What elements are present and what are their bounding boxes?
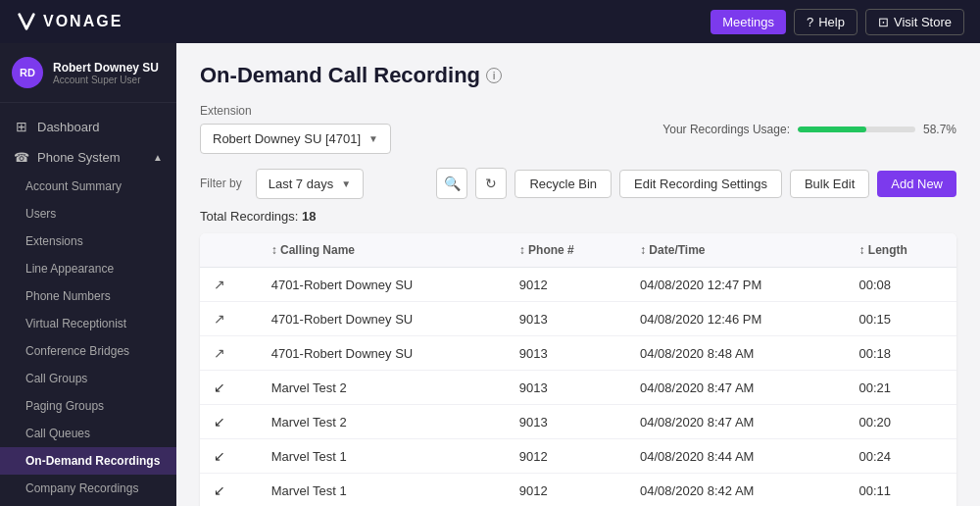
visit-store-button[interactable]: ⊡ Visit Store [865,9,964,35]
sidebar-sub-menu: Account Summary Users Extensions Line Ap… [0,173,176,506]
row-length: 00:11 [846,474,957,507]
row-arrow: ↗ [200,302,258,336]
sidebar-item-on-demand-recordings[interactable]: On-Demand Recordings [0,447,176,475]
row-calling-name: Marvel Test 2 [258,371,506,405]
table-row[interactable]: ↗ 4701-Robert Downey SU 9012 04/08/2020 … [200,268,956,302]
row-calling-name: Marvel Test 1 [258,474,506,507]
row-phone: 9012 [506,268,626,302]
sidebar-item-call-monitoring[interactable]: Call Monitoring [0,502,176,506]
table-row[interactable]: ↙ Marvel Test 2 9013 04/08/2020 8:47 AM … [200,405,956,439]
logo: VONAGE [16,11,122,32]
filter-row: Filter by Last 7 days ▼ 🔍 ↻ Recycle Bin … [200,168,956,199]
info-icon[interactable]: i [486,68,502,83]
sidebar-item-extensions[interactable]: Extensions [0,228,176,255]
meetings-button[interactable]: Meetings [710,10,786,34]
sidebar-item-line-appearance[interactable]: Line Appearance [0,255,176,282]
sidebar-item-dashboard[interactable]: ⊞ Dashboard [0,111,176,142]
logo-text: VONAGE [43,13,122,30]
total-recordings-label: Total Recordings: 18 [200,209,956,224]
table-row[interactable]: ↗ 4701-Robert Downey SU 9013 04/08/2020 … [200,336,956,371]
help-icon: ? [807,15,813,29]
row-arrow: ↙ [200,371,258,405]
help-button[interactable]: ? Help [794,9,858,35]
page-title: On-Demand Call Recording i [200,63,956,88]
row-arrow: ↗ [200,336,258,371]
avatar: RD [12,57,43,88]
sidebar-item-virtual-receptionist[interactable]: Virtual Receptionist [0,310,176,337]
table-row[interactable]: ↙ Marvel Test 1 9012 04/08/2020 8:44 AM … [200,439,956,474]
recordings-table: ↕ Calling Name ↕ Phone # ↕ Date/Time ↕ L… [200,233,956,506]
row-arrow: ↙ [200,405,258,439]
sidebar-item-conference-bridges[interactable]: Conference Bridges [0,337,176,365]
user-info: Robert Downey SU Account Super User [53,61,159,85]
sidebar-item-phone-numbers[interactable]: Phone Numbers [0,282,176,310]
edit-recording-settings-button[interactable]: Edit Recording Settings [619,170,782,198]
usage-bar-fill [798,126,866,132]
main-content: On-Demand Call Recording i Extension Rob… [176,43,980,506]
search-button[interactable]: 🔍 [436,168,467,199]
col-calling-name[interactable]: ↕ Calling Name [258,233,506,268]
sidebar-item-account-summary[interactable]: Account Summary [0,173,176,200]
row-datetime: 04/08/2020 8:42 AM [626,474,845,507]
sidebar-item-call-queues[interactable]: Call Queues [0,420,176,447]
extension-usage-row: Extension Robert Downey SU [4701] ▼ Your… [200,104,956,154]
filter-dropdown[interactable]: Last 7 days ▼ [256,169,364,199]
row-length: 00:08 [846,268,957,302]
row-datetime: 04/08/2020 8:47 AM [626,371,845,405]
col-phone[interactable]: ↕ Phone # [506,233,626,268]
table-row[interactable]: ↙ Marvel Test 2 9013 04/08/2020 8:47 AM … [200,371,956,405]
bulk-edit-button[interactable]: Bulk Edit [790,170,869,198]
row-length: 00:20 [846,405,957,439]
row-datetime: 04/08/2020 8:47 AM [626,405,845,439]
col-datetime[interactable]: ↕ Date/Time [626,233,845,268]
row-calling-name: 4701-Robert Downey SU [258,336,506,371]
sidebar-item-company-recordings[interactable]: Company Recordings [0,475,176,502]
filter-right: 🔍 ↻ Recycle Bin Edit Recording Settings … [436,168,956,199]
row-datetime: 04/08/2020 12:46 PM [626,302,845,336]
sidebar-label-dashboard: Dashboard [37,120,100,134]
sidebar-item-phone-system[interactable]: ☎ Phone System ▲ [0,142,176,173]
row-length: 00:21 [846,371,957,405]
row-phone: 9012 [506,474,626,507]
topnav: VONAGE Meetings ? Help ⊡ Visit Store [0,0,980,43]
usage-section: Your Recordings Usage: 58.7% [662,123,956,136]
row-calling-name: Marvel Test 2 [258,405,506,439]
sidebar: RD Robert Downey SU Account Super User ⊞… [0,43,176,506]
usage-percent: 58.7% [923,123,956,136]
user-profile[interactable]: RD Robert Downey SU Account Super User [0,43,176,103]
sidebar-item-call-groups[interactable]: Call Groups [0,365,176,392]
refresh-icon: ↻ [485,176,497,191]
row-phone: 9013 [506,336,626,371]
filter-left: Filter by Last 7 days ▼ [200,169,364,199]
filter-label: Filter by [200,177,242,190]
table-row[interactable]: ↗ 4701-Robert Downey SU 9013 04/08/2020 … [200,302,956,336]
row-phone: 9013 [506,371,626,405]
add-new-button[interactable]: Add New [877,171,956,197]
table-body: ↗ 4701-Robert Downey SU 9012 04/08/2020 … [200,268,956,507]
recycle-bin-button[interactable]: Recycle Bin [514,170,612,198]
sidebar-item-users[interactable]: Users [0,200,176,228]
extension-label: Extension [200,104,391,118]
store-icon: ⊡ [878,15,889,29]
sidebar-nav: ⊞ Dashboard ☎ Phone System ▲ Account Sum… [0,103,176,506]
usage-label: Your Recordings Usage: [662,123,790,136]
chevron-up-icon: ▲ [153,152,163,163]
row-length: 00:18 [846,336,957,371]
topnav-actions: Meetings ? Help ⊡ Visit Store [710,9,964,35]
caret-icon: ▼ [368,133,378,144]
dashboard-icon: ⊞ [14,119,29,134]
row-arrow: ↙ [200,474,258,507]
col-length[interactable]: ↕ Length [846,233,957,268]
user-name: Robert Downey SU [53,61,159,75]
sidebar-label-phone-system: Phone System [37,150,121,165]
extension-dropdown[interactable]: Robert Downey SU [4701] ▼ [200,124,391,154]
table-row[interactable]: ↙ Marvel Test 1 9012 04/08/2020 8:42 AM … [200,474,956,507]
row-length: 00:15 [846,302,957,336]
row-datetime: 04/08/2020 8:48 AM [626,336,845,371]
refresh-button[interactable]: ↻ [475,168,507,199]
search-icon: 🔍 [444,176,461,191]
sidebar-item-paging-groups[interactable]: Paging Groups [0,392,176,420]
row-arrow: ↗ [200,268,258,302]
row-calling-name: 4701-Robert Downey SU [258,302,506,336]
total-count: 18 [302,209,316,224]
